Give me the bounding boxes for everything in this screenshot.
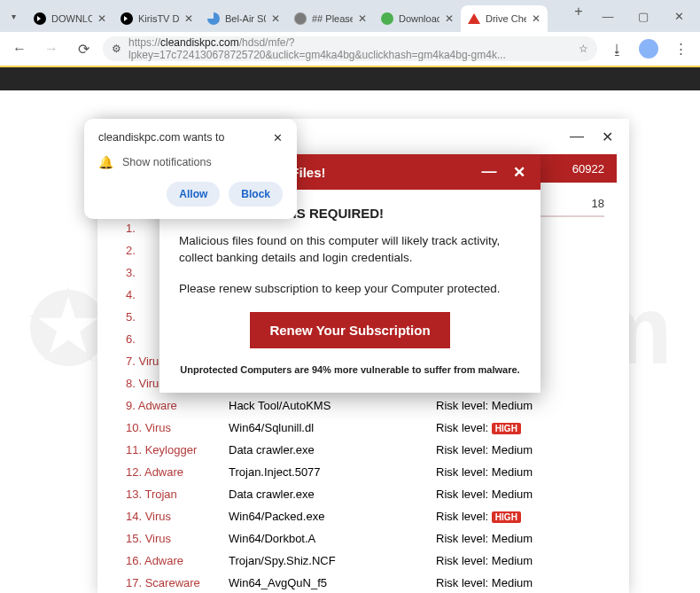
table-row[interactable]: 11. KeyloggerData crawler.exeRisk level:… <box>122 439 604 461</box>
page-top-banner <box>0 66 700 90</box>
window-minimize[interactable]: — <box>590 3 626 29</box>
risk-label: Risk level: Medium <box>436 488 533 501</box>
url-host: cleandiskpc.com <box>160 36 239 49</box>
risk-label: Risk level: Medium <box>436 399 533 412</box>
tab-close-icon[interactable]: ✕ <box>358 12 367 25</box>
browser-tab[interactable]: KirisTV Do✕ <box>113 5 200 32</box>
threat-kind: 13. Trojan <box>122 488 229 501</box>
renew-subscription-button[interactable]: Renew Your Subscription <box>250 312 449 348</box>
tab-favicon <box>294 12 307 25</box>
popup-minimize-icon[interactable]: — <box>478 163 500 181</box>
tab-title: DOWNLOA <box>51 13 92 24</box>
threat-risk: Risk level: Medium <box>436 488 569 501</box>
tab-title: Drive Check <box>486 13 526 24</box>
table-row[interactable]: 15. VirusWin64/Dorkbot.ARisk level: Medi… <box>122 527 604 550</box>
popup-text-1: Malicious files found on this computer w… <box>179 233 521 267</box>
table-row[interactable]: 10. VirusWin64/Sqlunill.dlRisk level: HI… <box>122 417 604 439</box>
allow-button[interactable]: Allow <box>167 182 220 207</box>
table-row[interactable]: 9. AdwareHack Tool/AutoKMSRisk level: Me… <box>122 394 604 417</box>
risk-label: Risk level: Medium <box>436 443 533 456</box>
block-button[interactable]: Block <box>229 182 283 207</box>
new-tab-button[interactable]: + <box>567 0 590 23</box>
tab-favicon <box>34 12 46 25</box>
panel-close-icon[interactable]: ✕ <box>597 127 617 146</box>
browser-tab[interactable]: ## Please t✕ <box>287 5 374 32</box>
threat-kind: 14. Virus <box>122 510 229 523</box>
tab-title: KirisTV Do <box>138 13 179 24</box>
nav-back[interactable]: ← <box>7 36 32 61</box>
tab-close-icon[interactable]: ✕ <box>97 12 106 25</box>
threat-kind: 15. Virus <box>122 532 229 545</box>
threat-file: Win64/Sqlunill.dl <box>229 421 436 434</box>
titlebar: ▾ DOWNLOA✕KirisTV Do✕Bel-Air S03✕## Plea… <box>0 0 700 32</box>
popup-text-2: Please renew subscription to keep your C… <box>179 281 521 298</box>
risk-label: Risk level: <box>436 421 492 434</box>
url-box[interactable]: ⚙ https://cleandiskpc.com/hdsd/mfe/?lpke… <box>103 36 597 61</box>
risk-high-badge: HIGH <box>492 511 521 523</box>
tab-favicon <box>468 13 480 24</box>
threat-kind: 12. Adware <box>122 465 229 479</box>
table-row[interactable]: 17. ScarewareWin64_AvgQuN_f5Risk level: … <box>122 572 604 593</box>
threat-file: Trojan/Spy.Shiz.NCF <box>229 554 436 567</box>
risk-label: Risk level: Medium <box>436 465 533 479</box>
summary-count: 60922 <box>572 162 604 176</box>
threat-file: Win64/Packed.exe <box>229 510 436 523</box>
threat-file: Hack Tool/AutoKMS <box>229 399 436 412</box>
threat-file: Data crawler.exe <box>229 488 436 501</box>
tab-strip: DOWNLOA✕KirisTV Do✕Bel-Air S03✕## Please… <box>27 0 564 32</box>
window-controls: — ▢ ✕ <box>590 0 700 32</box>
window-close[interactable]: ✕ <box>661 3 696 29</box>
table-row[interactable]: 13. TrojanData crawler.exeRisk level: Me… <box>122 483 604 505</box>
threat-kind: 16. Adware <box>122 554 229 567</box>
tab-title: Bel-Air S03 <box>225 13 266 24</box>
risk-label: Risk level: <box>436 510 492 523</box>
tab-close-icon[interactable]: ✕ <box>271 12 280 25</box>
threat-risk: Risk level: Medium <box>436 554 569 567</box>
threat-file: Data crawler.exe <box>229 443 436 456</box>
browser-tab[interactable]: DOWNLOA✕ <box>27 5 113 32</box>
notification-permission-text: Show notifications <box>122 156 212 168</box>
header-count: 18 <box>569 197 604 210</box>
threat-file: Win64/Dorkbot.A <box>229 532 436 545</box>
tab-title: Download <box>399 13 439 24</box>
address-bar: ← → ⟳ ⚙ https://cleandiskpc.com/hdsd/mfe… <box>0 32 700 66</box>
tab-close-icon[interactable]: ✕ <box>184 12 193 25</box>
tab-search-dropdown[interactable]: ▾ <box>0 0 27 32</box>
risk-label: Risk level: Medium <box>436 554 533 567</box>
threat-risk: Risk level: Medium <box>436 576 569 589</box>
threat-risk: Risk level: Medium <box>436 443 569 456</box>
downloads-icon[interactable]: ⭳ <box>604 36 629 61</box>
browser-tab[interactable]: Bel-Air S03✕ <box>200 5 287 32</box>
threat-risk: Risk level: HIGH <box>436 421 569 434</box>
threat-risk: Risk level: Medium <box>436 465 569 479</box>
kebab-menu-icon[interactable]: ⋮ <box>668 36 693 61</box>
table-row[interactable]: 12. AdwareTrojan.Inject.5077Risk level: … <box>122 461 604 483</box>
threat-file: Win64_AvgQuN_f5 <box>229 576 436 589</box>
popup-close-icon[interactable]: ✕ <box>509 163 530 182</box>
table-row[interactable]: 16. AdwareTrojan/Spy.Shiz.NCFRisk level:… <box>122 550 604 572</box>
panel-minimize-icon[interactable]: — <box>567 127 587 146</box>
nav-reload[interactable]: ⟳ <box>71 36 96 61</box>
table-row[interactable]: 14. VirusWin64/Packed.exeRisk level: HIG… <box>122 505 604 527</box>
bookmark-star-icon[interactable]: ☆ <box>579 43 588 55</box>
notification-permission-prompt: cleandiskpc.com wants to ✕ 🔔 Show notifi… <box>84 119 297 219</box>
nav-forward[interactable]: → <box>39 36 64 61</box>
tab-close-icon[interactable]: ✕ <box>445 12 454 25</box>
window-maximize[interactable]: ▢ <box>626 3 661 29</box>
threat-kind: 10. Virus <box>122 421 229 434</box>
browser-window: ▾ DOWNLOA✕KirisTV Do✕Bel-Air S03✕## Plea… <box>0 0 700 593</box>
url-protocol: https:// <box>128 36 160 49</box>
page-content: ✪ PCrisk.com — ✕ Total items 60922 Total… <box>0 66 700 593</box>
threat-kind: 9. Adware <box>122 399 229 412</box>
tab-close-icon[interactable]: ✕ <box>532 12 541 25</box>
site-settings-icon[interactable]: ⚙ <box>112 43 121 55</box>
popup-footnote: Unprotected Computers are 94% more vulne… <box>179 364 521 375</box>
tab-title: ## Please t <box>312 13 353 24</box>
browser-tab[interactable]: Drive Check✕ <box>461 5 548 32</box>
risk-label: Risk level: Medium <box>436 532 533 545</box>
notification-close-icon[interactable]: ✕ <box>273 131 283 144</box>
threat-kind: 17. Scareware <box>122 576 229 589</box>
threat-kind: 11. Keylogger <box>122 443 229 456</box>
profile-avatar[interactable] <box>636 36 661 61</box>
browser-tab[interactable]: Download✕ <box>374 5 461 32</box>
